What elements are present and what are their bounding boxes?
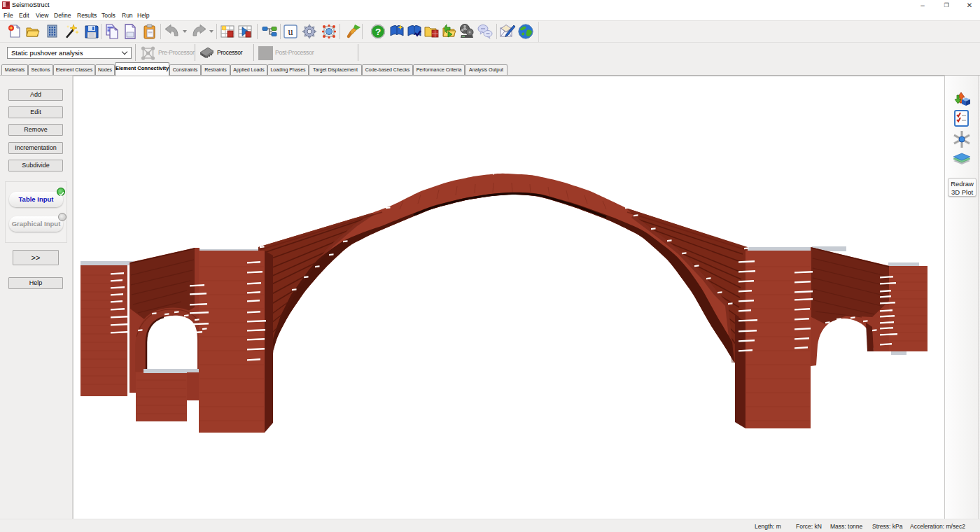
svg-text:?: ? xyxy=(375,27,381,37)
svg-text:u: u xyxy=(288,27,293,37)
